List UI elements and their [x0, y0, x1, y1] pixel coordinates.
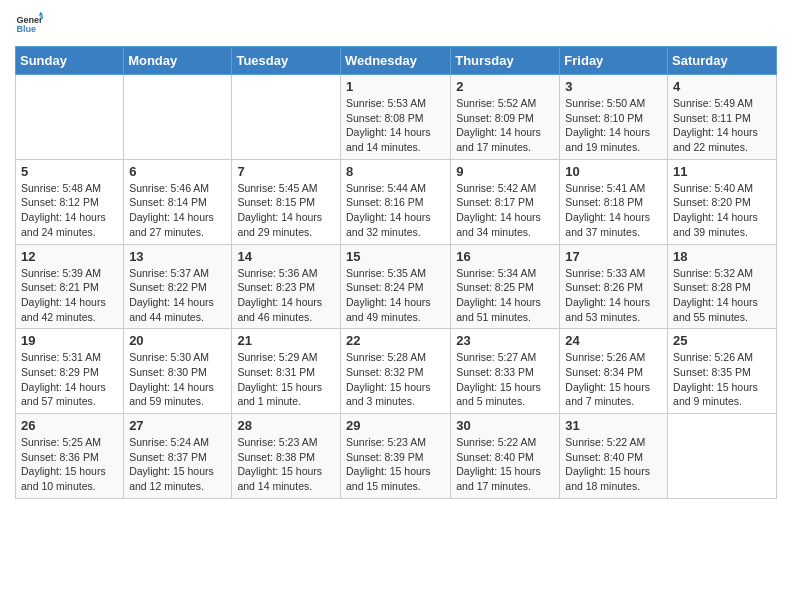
logo-icon: General Blue — [15, 10, 43, 38]
calendar-cell — [16, 75, 124, 160]
day-info: Sunrise: 5:45 AM Sunset: 8:15 PM Dayligh… — [237, 181, 335, 240]
day-number: 16 — [456, 249, 554, 264]
day-number: 14 — [237, 249, 335, 264]
day-number: 6 — [129, 164, 226, 179]
calendar-table: SundayMondayTuesdayWednesdayThursdayFrid… — [15, 46, 777, 499]
calendar-cell: 26Sunrise: 5:25 AM Sunset: 8:36 PM Dayli… — [16, 414, 124, 499]
day-number: 9 — [456, 164, 554, 179]
calendar-cell: 11Sunrise: 5:40 AM Sunset: 8:20 PM Dayli… — [668, 159, 777, 244]
day-number: 27 — [129, 418, 226, 433]
calendar-cell: 3Sunrise: 5:50 AM Sunset: 8:10 PM Daylig… — [560, 75, 668, 160]
day-number: 17 — [565, 249, 662, 264]
calendar-cell: 28Sunrise: 5:23 AM Sunset: 8:38 PM Dayli… — [232, 414, 341, 499]
calendar-cell: 6Sunrise: 5:46 AM Sunset: 8:14 PM Daylig… — [124, 159, 232, 244]
day-info: Sunrise: 5:26 AM Sunset: 8:35 PM Dayligh… — [673, 350, 771, 409]
day-number: 21 — [237, 333, 335, 348]
day-info: Sunrise: 5:40 AM Sunset: 8:20 PM Dayligh… — [673, 181, 771, 240]
day-number: 18 — [673, 249, 771, 264]
day-info: Sunrise: 5:41 AM Sunset: 8:18 PM Dayligh… — [565, 181, 662, 240]
day-info: Sunrise: 5:24 AM Sunset: 8:37 PM Dayligh… — [129, 435, 226, 494]
svg-text:General: General — [16, 15, 43, 25]
day-info: Sunrise: 5:25 AM Sunset: 8:36 PM Dayligh… — [21, 435, 118, 494]
calendar-cell: 16Sunrise: 5:34 AM Sunset: 8:25 PM Dayli… — [451, 244, 560, 329]
calendar-cell: 29Sunrise: 5:23 AM Sunset: 8:39 PM Dayli… — [340, 414, 450, 499]
day-number: 28 — [237, 418, 335, 433]
page-header: General Blue — [15, 10, 777, 38]
day-number: 19 — [21, 333, 118, 348]
day-number: 11 — [673, 164, 771, 179]
col-header-monday: Monday — [124, 47, 232, 75]
calendar-week-row: 26Sunrise: 5:25 AM Sunset: 8:36 PM Dayli… — [16, 414, 777, 499]
day-number: 5 — [21, 164, 118, 179]
calendar-cell: 13Sunrise: 5:37 AM Sunset: 8:22 PM Dayli… — [124, 244, 232, 329]
day-info: Sunrise: 5:48 AM Sunset: 8:12 PM Dayligh… — [21, 181, 118, 240]
day-info: Sunrise: 5:29 AM Sunset: 8:31 PM Dayligh… — [237, 350, 335, 409]
calendar-cell — [668, 414, 777, 499]
calendar-cell: 2Sunrise: 5:52 AM Sunset: 8:09 PM Daylig… — [451, 75, 560, 160]
calendar-cell: 15Sunrise: 5:35 AM Sunset: 8:24 PM Dayli… — [340, 244, 450, 329]
day-info: Sunrise: 5:30 AM Sunset: 8:30 PM Dayligh… — [129, 350, 226, 409]
day-info: Sunrise: 5:36 AM Sunset: 8:23 PM Dayligh… — [237, 266, 335, 325]
calendar-cell: 20Sunrise: 5:30 AM Sunset: 8:30 PM Dayli… — [124, 329, 232, 414]
day-number: 30 — [456, 418, 554, 433]
calendar-cell: 25Sunrise: 5:26 AM Sunset: 8:35 PM Dayli… — [668, 329, 777, 414]
calendar-cell: 12Sunrise: 5:39 AM Sunset: 8:21 PM Dayli… — [16, 244, 124, 329]
calendar-cell: 23Sunrise: 5:27 AM Sunset: 8:33 PM Dayli… — [451, 329, 560, 414]
calendar-cell: 1Sunrise: 5:53 AM Sunset: 8:08 PM Daylig… — [340, 75, 450, 160]
day-number: 7 — [237, 164, 335, 179]
day-info: Sunrise: 5:27 AM Sunset: 8:33 PM Dayligh… — [456, 350, 554, 409]
day-info: Sunrise: 5:22 AM Sunset: 8:40 PM Dayligh… — [565, 435, 662, 494]
day-info: Sunrise: 5:49 AM Sunset: 8:11 PM Dayligh… — [673, 96, 771, 155]
col-header-saturday: Saturday — [668, 47, 777, 75]
calendar-week-row: 12Sunrise: 5:39 AM Sunset: 8:21 PM Dayli… — [16, 244, 777, 329]
calendar-cell: 24Sunrise: 5:26 AM Sunset: 8:34 PM Dayli… — [560, 329, 668, 414]
day-number: 29 — [346, 418, 445, 433]
calendar-cell: 7Sunrise: 5:45 AM Sunset: 8:15 PM Daylig… — [232, 159, 341, 244]
calendar-cell: 22Sunrise: 5:28 AM Sunset: 8:32 PM Dayli… — [340, 329, 450, 414]
day-info: Sunrise: 5:52 AM Sunset: 8:09 PM Dayligh… — [456, 96, 554, 155]
day-info: Sunrise: 5:39 AM Sunset: 8:21 PM Dayligh… — [21, 266, 118, 325]
day-number: 8 — [346, 164, 445, 179]
calendar-cell: 9Sunrise: 5:42 AM Sunset: 8:17 PM Daylig… — [451, 159, 560, 244]
day-info: Sunrise: 5:23 AM Sunset: 8:39 PM Dayligh… — [346, 435, 445, 494]
day-info: Sunrise: 5:26 AM Sunset: 8:34 PM Dayligh… — [565, 350, 662, 409]
day-number: 2 — [456, 79, 554, 94]
col-header-friday: Friday — [560, 47, 668, 75]
calendar-cell: 5Sunrise: 5:48 AM Sunset: 8:12 PM Daylig… — [16, 159, 124, 244]
calendar-cell: 4Sunrise: 5:49 AM Sunset: 8:11 PM Daylig… — [668, 75, 777, 160]
calendar-cell: 19Sunrise: 5:31 AM Sunset: 8:29 PM Dayli… — [16, 329, 124, 414]
calendar-header-row: SundayMondayTuesdayWednesdayThursdayFrid… — [16, 47, 777, 75]
calendar-cell: 10Sunrise: 5:41 AM Sunset: 8:18 PM Dayli… — [560, 159, 668, 244]
calendar-cell: 8Sunrise: 5:44 AM Sunset: 8:16 PM Daylig… — [340, 159, 450, 244]
day-number: 12 — [21, 249, 118, 264]
col-header-thursday: Thursday — [451, 47, 560, 75]
day-info: Sunrise: 5:22 AM Sunset: 8:40 PM Dayligh… — [456, 435, 554, 494]
day-number: 26 — [21, 418, 118, 433]
calendar-cell: 21Sunrise: 5:29 AM Sunset: 8:31 PM Dayli… — [232, 329, 341, 414]
day-number: 23 — [456, 333, 554, 348]
day-number: 4 — [673, 79, 771, 94]
col-header-tuesday: Tuesday — [232, 47, 341, 75]
calendar-week-row: 19Sunrise: 5:31 AM Sunset: 8:29 PM Dayli… — [16, 329, 777, 414]
day-number: 24 — [565, 333, 662, 348]
day-info: Sunrise: 5:44 AM Sunset: 8:16 PM Dayligh… — [346, 181, 445, 240]
calendar-cell: 31Sunrise: 5:22 AM Sunset: 8:40 PM Dayli… — [560, 414, 668, 499]
day-info: Sunrise: 5:23 AM Sunset: 8:38 PM Dayligh… — [237, 435, 335, 494]
day-info: Sunrise: 5:37 AM Sunset: 8:22 PM Dayligh… — [129, 266, 226, 325]
day-number: 10 — [565, 164, 662, 179]
day-info: Sunrise: 5:53 AM Sunset: 8:08 PM Dayligh… — [346, 96, 445, 155]
day-info: Sunrise: 5:31 AM Sunset: 8:29 PM Dayligh… — [21, 350, 118, 409]
day-number: 15 — [346, 249, 445, 264]
day-info: Sunrise: 5:32 AM Sunset: 8:28 PM Dayligh… — [673, 266, 771, 325]
day-number: 13 — [129, 249, 226, 264]
calendar-cell — [232, 75, 341, 160]
day-info: Sunrise: 5:42 AM Sunset: 8:17 PM Dayligh… — [456, 181, 554, 240]
day-info: Sunrise: 5:46 AM Sunset: 8:14 PM Dayligh… — [129, 181, 226, 240]
calendar-cell: 18Sunrise: 5:32 AM Sunset: 8:28 PM Dayli… — [668, 244, 777, 329]
calendar-cell: 14Sunrise: 5:36 AM Sunset: 8:23 PM Dayli… — [232, 244, 341, 329]
day-info: Sunrise: 5:34 AM Sunset: 8:25 PM Dayligh… — [456, 266, 554, 325]
logo: General Blue — [15, 10, 43, 38]
day-info: Sunrise: 5:50 AM Sunset: 8:10 PM Dayligh… — [565, 96, 662, 155]
day-number: 1 — [346, 79, 445, 94]
calendar-cell: 17Sunrise: 5:33 AM Sunset: 8:26 PM Dayli… — [560, 244, 668, 329]
